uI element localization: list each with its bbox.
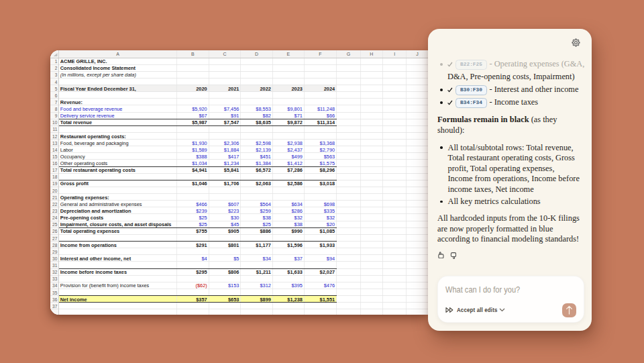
svg-text:Interest and other income, net: Interest and other income, net xyxy=(60,256,131,262)
svg-text:$1,046: $1,046 xyxy=(192,180,207,187)
svg-text:$607: $607 xyxy=(228,201,239,207)
svg-text:$2,027: $2,027 xyxy=(320,269,335,275)
svg-text:$564: $564 xyxy=(260,201,270,207)
svg-text:$1,551: $1,551 xyxy=(320,297,335,303)
svg-text:$38: $38 xyxy=(294,221,303,227)
svg-text:6: 6 xyxy=(55,93,58,98)
svg-text:$1,238: $1,238 xyxy=(287,297,303,303)
svg-text:($62): ($62) xyxy=(195,282,207,289)
svg-text:$1,933: $1,933 xyxy=(320,242,335,248)
svg-text:2024: 2024 xyxy=(324,86,335,92)
svg-text:Operating expenses:: Operating expenses: xyxy=(60,195,109,201)
svg-text:E: E xyxy=(287,52,290,56)
svg-text:$66: $66 xyxy=(327,113,335,119)
svg-text:$755: $755 xyxy=(196,228,207,234)
svg-text:28: 28 xyxy=(52,243,58,248)
svg-text:$388: $388 xyxy=(196,154,207,160)
svg-text:$34: $34 xyxy=(263,256,271,262)
svg-text:(In millions, except per share: (In millions, except per share data) xyxy=(60,72,137,78)
svg-text:H: H xyxy=(370,52,373,56)
svg-text:$1,596: $1,596 xyxy=(287,242,303,248)
svg-text:Impairment, closure costs, and: Impairment, closure costs, and asset dis… xyxy=(60,221,172,227)
svg-text:$2,598: $2,598 xyxy=(256,140,271,146)
svg-text:4: 4 xyxy=(55,80,58,85)
svg-text:Food, beverage and packaging: Food, beverage and packaging xyxy=(60,140,129,146)
svg-text:$417: $417 xyxy=(228,154,239,160)
svg-text:$82: $82 xyxy=(263,113,271,119)
svg-text:$698: $698 xyxy=(324,201,335,207)
svg-text:$395: $395 xyxy=(291,282,302,289)
svg-text:$2,063: $2,063 xyxy=(256,180,271,187)
svg-text:$1,589: $1,589 xyxy=(192,147,207,153)
svg-text:33: 33 xyxy=(52,276,58,281)
svg-text:$71: $71 xyxy=(294,113,303,119)
svg-text:$223: $223 xyxy=(228,208,239,214)
svg-text:$30: $30 xyxy=(231,215,239,221)
svg-text:$806: $806 xyxy=(228,269,239,275)
svg-text:D: D xyxy=(255,52,258,56)
svg-text:$2,790: $2,790 xyxy=(320,147,335,153)
svg-text:19: 19 xyxy=(52,181,58,186)
svg-text:24: 24 xyxy=(52,215,58,220)
svg-text:$25: $25 xyxy=(199,215,207,221)
svg-text:$153: $153 xyxy=(228,282,239,289)
svg-text:13: 13 xyxy=(52,141,58,146)
svg-text:$886: $886 xyxy=(260,228,270,234)
svg-text:$2,586: $2,586 xyxy=(287,180,303,187)
svg-text:$8,635: $8,635 xyxy=(256,119,271,125)
svg-text:$2,306: $2,306 xyxy=(224,140,239,146)
svg-text:$1,930: $1,930 xyxy=(192,140,207,146)
svg-text:Delivery service revenue: Delivery service revenue xyxy=(60,113,115,119)
svg-text:$990: $990 xyxy=(291,228,302,234)
svg-text:$259: $259 xyxy=(260,208,270,214)
svg-text:10: 10 xyxy=(52,120,58,125)
svg-text:Depreciation and amortization: Depreciation and amortization xyxy=(60,208,131,214)
svg-text:34: 34 xyxy=(52,283,58,288)
svg-text:A: A xyxy=(116,52,119,56)
svg-text:$3,018: $3,018 xyxy=(320,180,335,187)
svg-text:27: 27 xyxy=(52,236,58,241)
svg-text:$634: $634 xyxy=(291,201,302,207)
svg-text:11: 11 xyxy=(52,127,57,132)
svg-text:7: 7 xyxy=(55,100,58,105)
svg-text:$7,286: $7,286 xyxy=(287,167,303,173)
svg-text:Income from operations: Income from operations xyxy=(60,242,117,248)
svg-text:$32: $32 xyxy=(327,215,335,221)
svg-text:Net income: Net income xyxy=(60,297,87,303)
svg-text:21: 21 xyxy=(52,195,58,200)
svg-text:$2,938: $2,938 xyxy=(287,140,303,146)
svg-text:5: 5 xyxy=(55,87,58,91)
svg-text:$1,034: $1,034 xyxy=(192,160,207,166)
svg-text:Revenue:: Revenue: xyxy=(60,99,83,105)
svg-text:1: 1 xyxy=(55,59,58,64)
svg-text:$563: $563 xyxy=(324,154,335,160)
svg-text:Occupancy: Occupancy xyxy=(60,154,85,160)
svg-text:$91: $91 xyxy=(231,113,239,119)
svg-text:$905: $905 xyxy=(228,228,239,234)
svg-text:$1,177: $1,177 xyxy=(256,242,271,248)
svg-text:$1,085: $1,085 xyxy=(320,228,335,234)
svg-text:2: 2 xyxy=(55,66,58,70)
svg-text:32: 32 xyxy=(52,270,58,274)
svg-text:$295: $295 xyxy=(196,269,207,275)
svg-text:G: G xyxy=(347,52,350,56)
svg-text:3: 3 xyxy=(55,72,58,77)
svg-text:18: 18 xyxy=(52,174,58,179)
svg-text:31: 31 xyxy=(52,263,58,268)
svg-text:$5,920: $5,920 xyxy=(192,106,207,112)
svg-text:22: 22 xyxy=(52,202,58,207)
svg-text:$25: $25 xyxy=(199,221,207,227)
svg-text:17: 17 xyxy=(52,168,58,172)
svg-text:$801: $801 xyxy=(228,242,239,248)
svg-text:30: 30 xyxy=(52,256,58,261)
svg-text:$6,572: $6,572 xyxy=(256,167,271,173)
svg-text:8: 8 xyxy=(55,107,58,111)
svg-text:Food and beverage revenue: Food and beverage revenue xyxy=(60,106,123,112)
svg-text:C: C xyxy=(223,52,226,56)
svg-text:12: 12 xyxy=(52,134,58,139)
svg-text:$7,547: $7,547 xyxy=(224,119,239,125)
svg-text:Consolidated Income Statement: Consolidated Income Statement xyxy=(60,65,136,71)
svg-text:$1,234: $1,234 xyxy=(224,160,239,166)
svg-text:$899: $899 xyxy=(260,297,270,303)
svg-text:35: 35 xyxy=(52,291,58,295)
